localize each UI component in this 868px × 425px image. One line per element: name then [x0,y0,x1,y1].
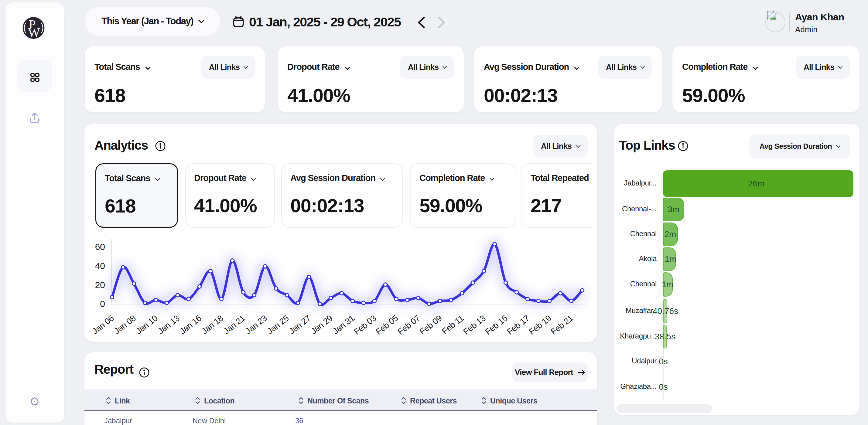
svg-text:Jan 13: Jan 13 [156,313,181,336]
svg-text:Feb 13: Feb 13 [461,313,487,336]
svg-text:0: 0 [100,299,105,309]
svg-text:Feb 19: Feb 19 [527,313,553,336]
svg-text:20: 20 [95,280,105,290]
svg-text:Jan 23: Jan 23 [244,313,269,336]
svg-text:40: 40 [95,261,105,271]
svg-text:Jan 31: Jan 31 [331,313,356,336]
svg-text:Jan 25: Jan 25 [266,313,291,336]
svg-text:Jan 08: Jan 08 [112,313,137,336]
svg-text:Feb 05: Feb 05 [374,313,400,336]
svg-text:Feb 15: Feb 15 [483,313,509,336]
svg-text:Feb 21: Feb 21 [549,313,575,336]
svg-text:Jan 29: Jan 29 [309,313,334,336]
svg-text:Feb 09: Feb 09 [417,313,443,336]
svg-text:Jan 21: Jan 21 [222,313,247,336]
svg-text:Jan 16: Jan 16 [178,313,203,336]
svg-text:W: W [28,26,40,39]
svg-text:Feb 03: Feb 03 [352,313,378,336]
svg-text:Jan 27: Jan 27 [287,313,312,336]
svg-text:Feb 17: Feb 17 [505,313,531,336]
svg-text:Jan 06: Jan 06 [91,313,116,336]
svg-text:Jan 18: Jan 18 [200,313,225,336]
svg-text:Feb 07: Feb 07 [396,313,422,336]
svg-text:Feb 11: Feb 11 [440,313,466,336]
svg-text:60: 60 [95,242,105,252]
svg-text:Jan 10: Jan 10 [134,313,159,336]
